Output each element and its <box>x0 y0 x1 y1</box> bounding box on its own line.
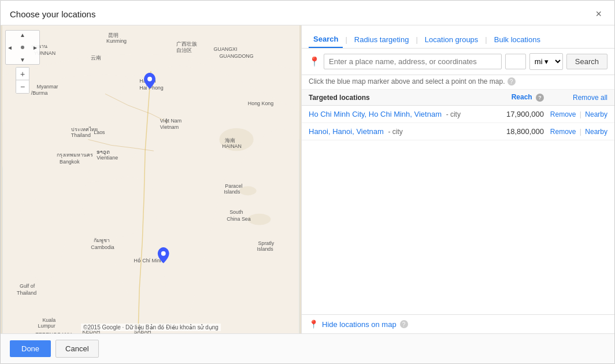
map-pin-icon: 📍 <box>309 56 320 67</box>
nearby-link-0[interactable]: Nearby <box>585 110 607 118</box>
reach-value-1: 18,800,000 <box>480 127 544 136</box>
hint-text: Click the blue map marker above and sele… <box>309 77 505 86</box>
nav-center-dot <box>21 46 24 49</box>
dialog-header: Choose your locations × <box>1 1 614 25</box>
close-button[interactable]: × <box>592 8 605 20</box>
svg-text:กัมพูชา: กัมพูชา <box>94 237 110 244</box>
remove-link-0[interactable]: Remove <box>550 110 576 118</box>
svg-text:South: South <box>229 209 243 215</box>
location-name-0[interactable]: Ho Chi Minh City, Ho Chi Minh, Vietnam <box>309 110 442 118</box>
svg-text:Kunming: Kunming <box>106 38 127 44</box>
choose-locations-dialog: Choose your locations × <box>0 0 615 364</box>
map-attribution: ©2015 Google · Dữ liệu Bản đồ Điều khoản… <box>81 324 221 331</box>
map-area[interactable]: Myanmar /Burma ประเทศไทย Thailand กรุงเท… <box>1 25 301 333</box>
svg-text:昆明: 昆明 <box>108 32 118 38</box>
svg-text:GUANGXI: GUANGXI <box>214 46 238 52</box>
dialog-body: Myanmar /Burma ประเทศไทย Thailand กรุงเท… <box>1 25 614 333</box>
col-reach-header[interactable]: Reach ? <box>480 93 544 102</box>
svg-text:Cambodia: Cambodia <box>91 244 114 250</box>
svg-text:HAINAN: HAINAN <box>222 143 242 149</box>
reach-help-icon[interactable]: ? <box>536 94 544 102</box>
svg-point-46 <box>161 251 166 256</box>
tab-bulk[interactable]: Bulk locations <box>490 32 545 47</box>
svg-point-45 <box>147 77 152 81</box>
tab-radius[interactable]: Radius targeting <box>350 32 414 47</box>
hide-pin-icon: 📍 <box>309 320 318 329</box>
svg-text:Vientiane: Vientiane <box>97 155 118 161</box>
svg-text:Vietnam: Vietnam <box>160 124 179 130</box>
svg-text:Việt Nam: Việt Nam <box>160 118 181 124</box>
remove-link-1[interactable]: Remove <box>550 128 576 136</box>
svg-text:China Sea: China Sea <box>227 216 251 222</box>
col-remove-header: Remove all <box>544 93 607 102</box>
table-header: Targeted locations Reach ? Remove all <box>302 90 614 106</box>
zoom-in-button[interactable]: + <box>16 68 29 80</box>
svg-text:Kuala: Kuala <box>42 317 55 323</box>
svg-text:Hồ Chí Minh: Hồ Chí Minh <box>134 258 162 263</box>
svg-text:TERENGGANU: TERENGGANU <box>36 332 72 333</box>
map-nav-left[interactable]: ◄ <box>7 44 13 51</box>
actions-1: Remove | Nearby <box>544 128 607 136</box>
nearby-link-1[interactable]: Nearby <box>585 128 607 136</box>
unit-select[interactable]: mi ▾ km ▾ <box>529 53 563 70</box>
zoom-out-button[interactable]: − <box>16 80 29 93</box>
svg-text:云南: 云南 <box>91 55 101 61</box>
map-nav-up[interactable]: ▲ <box>20 32 25 38</box>
svg-text:广西壮族: 广西壮族 <box>176 41 197 47</box>
svg-text:Laos: Laos <box>94 129 105 135</box>
map-nav-down[interactable]: ▼ <box>20 57 25 63</box>
svg-point-3 <box>248 214 271 225</box>
tab-groups[interactable]: Location groups <box>420 32 483 47</box>
remove-all-button[interactable]: Remove all <box>573 94 607 102</box>
svg-text:海南: 海南 <box>225 138 235 143</box>
search-button[interactable]: Search <box>566 54 607 69</box>
table-row: Hanoi, Hanoi, Vietnam - city 18,800,000 … <box>302 123 614 140</box>
location-type-1: - city <box>388 128 402 136</box>
radius-input[interactable]: 20 <box>505 54 526 69</box>
svg-text:Myanmar: Myanmar <box>37 84 58 90</box>
tabs-row: Search | Radius targeting | Location gro… <box>302 25 614 49</box>
svg-text:Islands: Islands <box>224 189 240 195</box>
col-location-header: Targeted locations <box>309 94 480 102</box>
svg-text:Paracel: Paracel <box>225 183 242 189</box>
cancel-button[interactable]: Cancel <box>55 340 98 358</box>
svg-text:Spratly: Spratly <box>258 240 275 246</box>
svg-text:Bangkok: Bangkok <box>60 159 80 165</box>
svg-text:Hong Kong: Hong Kong <box>248 101 273 106</box>
table-row: Ho Chi Minh City, Ho Chi Minh, Vietnam -… <box>302 106 614 123</box>
svg-text:Gulf of: Gulf of <box>20 283 35 289</box>
location-type-0: - city <box>446 110 461 118</box>
map-nav-pad: ▲ ▼ ◄ ► <box>5 30 40 65</box>
done-button[interactable]: Done <box>10 340 51 357</box>
hide-locations-row: 📍 Hide locations on map ? <box>302 314 614 333</box>
svg-text:Thailand: Thailand <box>17 290 36 296</box>
svg-text:Thailand: Thailand <box>71 132 91 138</box>
zoom-controls: + − <box>16 67 29 94</box>
hint-row: Click the blue map marker above and sele… <box>302 75 614 90</box>
right-panel: Search | Radius targeting | Location gro… <box>301 25 614 333</box>
hint-help-icon[interactable]: ? <box>507 77 516 86</box>
map-nav-right[interactable]: ► <box>32 44 38 51</box>
location-name-1[interactable]: Hanoi, Hanoi, Vietnam <box>309 127 384 136</box>
search-bar: 📍 20 mi ▾ km ▾ Search <box>302 49 614 75</box>
dialog-title: Choose your locations <box>10 9 95 19</box>
svg-text:กรุงเทพมหานคร: กรุงเทพมหานคร <box>57 152 93 158</box>
map-controls: ▲ ▼ ◄ ► + − <box>5 30 40 94</box>
svg-text:GUANGDONG: GUANGDONG <box>219 53 253 59</box>
hide-locations-help-icon[interactable]: ? <box>400 320 408 328</box>
tab-search[interactable]: Search <box>309 31 343 48</box>
locations-table: Targeted locations Reach ? Remove all Ho… <box>302 90 614 314</box>
actions-0: Remove | Nearby <box>544 110 607 118</box>
svg-text:Lumpur: Lumpur <box>38 323 55 329</box>
dialog-footer: Done Cancel <box>1 333 614 363</box>
reach-value-0: 17,900,000 <box>480 110 544 118</box>
svg-text:自治区: 自治区 <box>176 47 192 53</box>
location-search-input[interactable] <box>324 54 502 69</box>
hide-locations-link[interactable]: Hide locations on map <box>322 320 397 329</box>
svg-text:Islands: Islands <box>257 246 274 252</box>
